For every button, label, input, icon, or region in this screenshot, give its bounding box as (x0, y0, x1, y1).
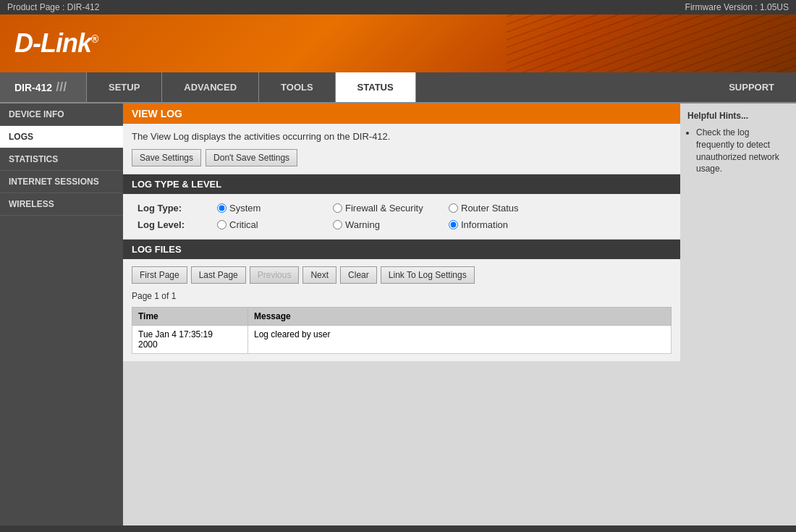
tab-tools[interactable]: TOOLS (259, 72, 336, 102)
last-page-button[interactable]: Last Page (191, 266, 246, 284)
log-files-header: LOG FILES (123, 240, 680, 259)
main-layout: DEVICE INFO LOGS STATISTICS INTERNET SES… (0, 104, 796, 525)
dont-save-settings-button[interactable]: Don't Save Settings (206, 149, 297, 166)
view-log-description: The View Log displays the activities occ… (132, 131, 672, 142)
log-type-system[interactable]: System (217, 203, 311, 214)
router-label: DIR-412 /// (0, 72, 87, 102)
log-type-firewall[interactable]: Firewall & Security (333, 203, 427, 214)
content: VIEW LOG The View Log displays the activ… (123, 104, 680, 525)
clear-button[interactable]: Clear (340, 266, 377, 284)
log-options: Log Type: System Firewall & Security Rou… (123, 194, 680, 240)
bottom-bar: WIRELESS (0, 525, 796, 532)
firmware-label: Firmware Version : 1.05US (685, 2, 789, 12)
log-level-warning[interactable]: Warning (333, 219, 427, 230)
logo-text: D-Link (14, 28, 91, 58)
helpful-hints: Helpful Hints... Check the log frequentl… (680, 104, 796, 525)
log-message: Log cleared by user (248, 326, 672, 354)
view-log-header: VIEW LOG (123, 104, 680, 124)
next-button[interactable]: Next (302, 266, 336, 284)
page-info: Page 1 of 1 (132, 291, 672, 301)
table-row: Tue Jan 4 17:35:19 2000 Log cleared by u… (132, 326, 672, 354)
log-files: First Page Last Page Previous Next Clear… (123, 259, 680, 361)
tab-advanced[interactable]: ADVANCED (162, 72, 259, 102)
view-log-block: The View Log displays the activities occ… (123, 124, 680, 174)
sidebar-item-device-info[interactable]: DEVICE INFO (0, 104, 123, 126)
hints-title: Helpful Hints... (687, 111, 789, 121)
view-log-buttons: Save Settings Don't Save Settings (132, 149, 672, 166)
log-table: Time Message Tue Jan 4 17:35:19 2000 Log… (132, 307, 672, 354)
log-type-row: Log Type: System Firewall & Security Rou… (137, 203, 666, 214)
log-type-level-header: LOG TYPE & LEVEL (123, 174, 680, 194)
nav-tabs: DIR-412 /// SETUP ADVANCED TOOLS STATUS … (0, 72, 796, 104)
log-type-label: Log Type: (137, 203, 195, 214)
logo: D-Link® (14, 28, 98, 59)
sidebar-item-logs[interactable]: LOGS (0, 126, 123, 148)
previous-button[interactable]: Previous (250, 266, 300, 284)
tab-status[interactable]: STATUS (336, 72, 416, 102)
log-level-information[interactable]: Information (449, 219, 543, 230)
sidebar: DEVICE INFO LOGS STATISTICS INTERNET SES… (0, 104, 123, 525)
first-page-button[interactable]: First Page (132, 266, 187, 284)
router-icon: /// (56, 80, 67, 95)
logo-trademark: ® (91, 33, 98, 45)
sidebar-item-internet-sessions[interactable]: INTERNET SESSIONS (0, 171, 123, 193)
link-to-log-settings-button[interactable]: Link To Log Settings (381, 266, 475, 284)
log-level-label: Log Level: (137, 219, 195, 230)
tab-support[interactable]: SUPPORT (707, 72, 796, 102)
hint-item: Check the log frequently to detect unaut… (696, 127, 789, 175)
log-time: Tue Jan 4 17:35:19 2000 (132, 326, 248, 354)
col-message: Message (248, 308, 672, 326)
header: D-Link® (0, 14, 796, 72)
hints-list: Check the log frequently to detect unaut… (687, 127, 789, 175)
tab-setup[interactable]: SETUP (87, 72, 162, 102)
log-controls: First Page Last Page Previous Next Clear… (132, 266, 672, 284)
col-time: Time (132, 308, 248, 326)
product-label: Product Page : DIR-412 (7, 2, 99, 12)
sidebar-item-wireless[interactable]: WIRELESS (0, 193, 123, 216)
save-settings-button[interactable]: Save Settings (132, 149, 201, 166)
log-level-row: Log Level: Critical Warning Information (137, 219, 666, 230)
log-level-critical[interactable]: Critical (217, 219, 311, 230)
sidebar-item-statistics[interactable]: STATISTICS (0, 148, 123, 171)
top-bar: Product Page : DIR-412 Firmware Version … (0, 0, 796, 14)
log-type-router-status[interactable]: Router Status (449, 203, 543, 214)
